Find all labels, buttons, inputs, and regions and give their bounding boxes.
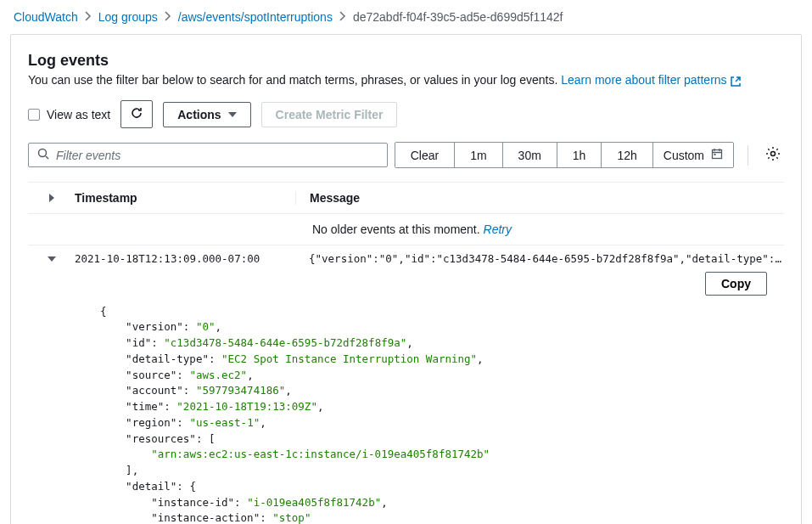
checkbox-icon: [28, 109, 40, 121]
chevron-right-icon: [165, 10, 171, 24]
copy-button[interactable]: Copy: [705, 272, 767, 296]
log-message-preview: {"version":"0","id":"c13d3478-5484-644e-…: [295, 252, 784, 265]
range-30m[interactable]: 30m: [503, 143, 557, 167]
table-header: Timestamp Message: [28, 182, 784, 214]
external-link-icon: [731, 76, 741, 86]
clear-button[interactable]: Clear: [395, 143, 455, 167]
actions-button[interactable]: Actions: [163, 102, 250, 127]
page-subtitle: You can use the filter bar below to sear…: [28, 73, 784, 87]
breadcrumb-link-cloudwatch[interactable]: CloudWatch: [14, 10, 78, 24]
create-metric-filter-button: Create Metric Filter: [261, 102, 398, 127]
view-as-text-toggle[interactable]: View as text: [28, 108, 110, 121]
caret-right-icon: [49, 194, 54, 202]
search-icon: [37, 148, 49, 162]
retry-link[interactable]: Retry: [484, 223, 512, 236]
expand-all-toggle[interactable]: [28, 194, 75, 202]
filter-row: Clear 1m 30m 1h 12h Custom: [28, 142, 784, 168]
page-title: Log events: [28, 52, 784, 70]
svg-point-0: [39, 149, 47, 157]
log-event-row[interactable]: 2021-10-18T12:13:09.000-07:00 {"version"…: [28, 245, 784, 272]
separator: [748, 145, 748, 166]
breadcrumb-link-log-groups[interactable]: Log groups: [98, 10, 158, 24]
toolbar: View as text Actions Create Metric Filte…: [28, 100, 784, 128]
svg-rect-1: [713, 150, 722, 159]
time-range-group: Clear 1m 30m 1h 12h Custom: [395, 142, 734, 168]
filter-events-input[interactable]: [56, 149, 378, 162]
log-events-panel: Log events You can use the filter bar be…: [10, 34, 802, 524]
chevron-right-icon: [85, 10, 92, 24]
calendar-icon: [711, 148, 723, 162]
svg-point-3: [771, 152, 776, 156]
range-12h[interactable]: 12h: [602, 143, 652, 167]
range-custom[interactable]: Custom: [653, 143, 733, 167]
breadcrumb-current: de72abdf-f04f-39c5-ad5e-d699d5f1142f: [353, 10, 563, 24]
range-1h[interactable]: 1h: [557, 143, 602, 167]
svg-rect-2: [714, 154, 716, 155]
range-1m[interactable]: 1m: [455, 143, 502, 167]
caret-down-icon: [48, 256, 56, 262]
chevron-right-icon: [339, 10, 346, 24]
refresh-button[interactable]: [120, 100, 153, 128]
learn-more-link[interactable]: Learn more about filter patterns: [561, 73, 740, 87]
search-input-wrap[interactable]: [28, 143, 388, 167]
breadcrumb: CloudWatch Log groups /aws/events/spotIn…: [0, 0, 812, 34]
no-older-row: No older events at this moment. Retry: [28, 214, 784, 245]
log-timestamp: 2021-10-18T12:13:09.000-07:00: [75, 252, 295, 265]
col-header-timestamp: Timestamp: [75, 191, 295, 205]
settings-button[interactable]: [762, 143, 784, 167]
log-event-detail: Copy { "version": "0", "id": "c13d3478-5…: [28, 272, 784, 524]
gear-icon: [765, 146, 781, 164]
view-as-text-label: View as text: [47, 108, 110, 121]
refresh-icon: [130, 106, 143, 122]
col-header-message: Message: [295, 191, 784, 205]
breadcrumb-link-stream[interactable]: /aws/events/spotInterruptions: [178, 10, 333, 24]
collapse-toggle[interactable]: [28, 256, 75, 262]
caret-down-icon: [228, 112, 237, 117]
